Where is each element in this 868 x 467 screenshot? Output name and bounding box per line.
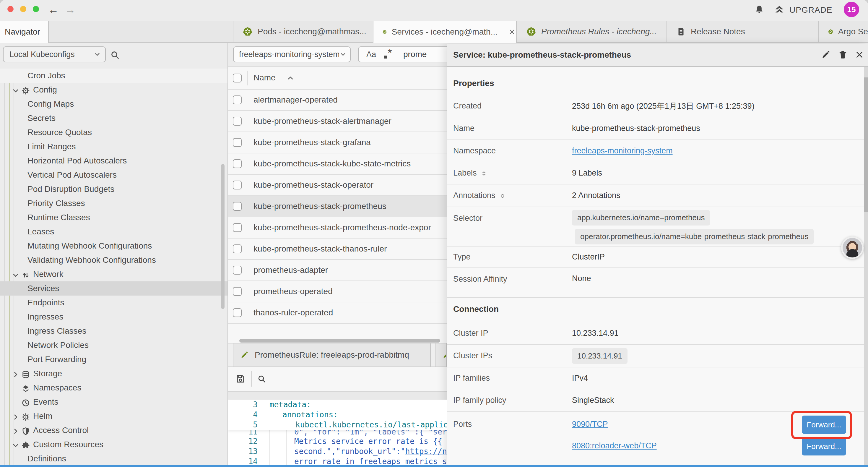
row-checkbox[interactable] — [233, 138, 242, 147]
panel-scrollbar-thumb[interactable] — [864, 78, 868, 212]
sidebar-item[interactable]: Ingress Classes — [0, 324, 227, 338]
sidebar-item[interactable]: Leases — [0, 225, 227, 239]
property-row-created: Created 253d 16h 6m ago (2025年1月13日 GMT+… — [447, 95, 868, 117]
sidebar-item[interactable]: Helm — [0, 409, 227, 423]
row-checkbox[interactable] — [233, 202, 242, 211]
port-link-8080[interactable]: 8080:reloader-web/TCP — [572, 441, 657, 450]
back-arrow-icon[interactable]: ← — [48, 3, 59, 16]
sort-ascending-icon[interactable] — [286, 74, 295, 83]
sidebar-item[interactable]: Config Maps — [0, 97, 227, 111]
table-row[interactable]: prometheus-adapter — [228, 260, 447, 281]
table-row[interactable]: kube-prometheus-stack-grafana — [228, 132, 447, 153]
expand-collapse-icon[interactable] — [498, 191, 507, 200]
sidebar-item[interactable]: Mutating Webhook Configurations — [0, 239, 227, 253]
regex-toggle-icon[interactable]: * — [384, 49, 396, 60]
search-input[interactable]: Aa * prome — [358, 47, 447, 62]
table-row[interactable]: kube-prometheus-stack-operator — [228, 175, 447, 196]
sidebar-item[interactable]: Secrets — [0, 111, 227, 125]
row-checkbox[interactable] — [233, 308, 242, 317]
sidebar-item[interactable]: Validating Webhook Configurations — [0, 253, 227, 267]
row-checkbox[interactable] — [233, 95, 242, 104]
sidebar-item[interactable]: Definitions — [0, 451, 227, 465]
close-window-button[interactable] — [7, 6, 13, 12]
sidebar-item-label: Helm — [33, 411, 52, 421]
close-tab-icon[interactable] — [508, 28, 516, 36]
sidebar-item[interactable]: Namespaces — [0, 381, 227, 395]
sidebar-search-icon[interactable] — [110, 50, 120, 60]
kubernetes-icon — [828, 26, 833, 37]
table-row[interactable]: alertmanager-operated — [228, 90, 447, 111]
table-row[interactable]: kube-prometheus-stack-kube-state-metrics — [228, 153, 447, 175]
notification-count-badge[interactable]: 15 — [844, 2, 859, 17]
table-row[interactable]: kube-prometheus-stack-prometheus — [228, 196, 447, 217]
user-avatar[interactable] — [841, 236, 864, 259]
column-header-name[interactable]: Name — [253, 73, 276, 83]
table-row[interactable]: kube-prometheus-stack-prometheus-node-ex… — [228, 217, 447, 238]
sidebar-item[interactable]: Vertical Pod Autoscalers — [0, 168, 227, 182]
kubeconfig-select[interactable]: Local Kubeconfigs — [3, 47, 106, 62]
sidebar-item[interactable]: Storage — [0, 367, 227, 381]
tab-navigator[interactable]: Navigator — [0, 21, 49, 43]
forward-arrow-icon[interactable]: → — [65, 3, 75, 16]
notifications-bell-icon[interactable] — [754, 4, 765, 15]
row-checkbox[interactable] — [233, 117, 242, 126]
tab-release-notes[interactable]: Release Notes — [666, 21, 818, 42]
forward-port-button-8080[interactable]: Forward... — [802, 437, 846, 456]
dock-tab-partial[interactable] — [435, 344, 447, 367]
sidebar-item[interactable]: Priority Classes — [0, 196, 227, 210]
sidebar-item[interactable]: Cron Jobs — [0, 68, 227, 83]
sidebar-item[interactable]: Pod Disruption Budgets — [0, 182, 227, 196]
table-row[interactable]: kube-prometheus-stack-thanos-ruler — [228, 238, 447, 260]
dock-tab-prometheusrule[interactable]: PrometheusRule: freeleaps-prod-rabbitmq — [233, 344, 431, 367]
sidebar-item-label: Port Forwarding — [28, 355, 86, 364]
row-checkbox[interactable] — [233, 287, 242, 296]
sidebar-item[interactable]: Horizontal Pod Autoscalers — [0, 154, 227, 168]
minimize-window-button[interactable] — [20, 6, 26, 12]
select-all-checkbox[interactable] — [233, 74, 242, 83]
sidebar-item[interactable]: Access Control — [0, 423, 227, 437]
table-row[interactable]: thanos-ruler-operated — [228, 302, 447, 324]
sidebar-item[interactable]: Services — [0, 282, 227, 296]
table-row[interactable]: prometheus-operated — [228, 281, 447, 302]
editor-search-icon[interactable] — [257, 374, 267, 384]
row-checkbox[interactable] — [233, 244, 242, 253]
sidebar-item[interactable]: Port Forwarding — [0, 352, 227, 367]
tab-services[interactable]: Services - icecheng@math... — [373, 21, 517, 43]
row-checkbox[interactable] — [233, 159, 242, 168]
tab-prometheus-rules[interactable]: Prometheus Rules - icecheng... — [517, 21, 666, 42]
port-link-9090[interactable]: 9090/TCP — [572, 420, 608, 429]
sidebar-item[interactable]: Network Policies — [0, 338, 227, 352]
sidebar-item[interactable]: Events — [0, 395, 227, 409]
close-panel-icon[interactable] — [855, 50, 864, 60]
upgrade-button[interactable]: UPGRADE — [773, 4, 832, 16]
sidebar-item[interactable]: Limit Ranges — [0, 140, 227, 154]
save-icon[interactable] — [235, 374, 246, 384]
sidebar-item[interactable]: Runtime Classes — [0, 210, 227, 225]
tab-argo[interactable]: Argo Se — [818, 21, 868, 42]
sidebar-item[interactable]: Resource Quotas — [0, 125, 227, 140]
namespace-select[interactable]: freeleaps-monitoring-system — [233, 47, 351, 62]
sidebar-scrollbar[interactable] — [221, 164, 224, 309]
sidebar-item[interactable]: Endpoints — [0, 296, 227, 310]
maximize-window-button[interactable] — [33, 6, 39, 12]
yaml-editor[interactable]: 11 0", "for": "1m", "labels" :{ "service… — [228, 400, 447, 465]
table-row[interactable]: kube-prometheus-stack-alertmanager — [228, 111, 447, 132]
sidebar-item[interactable]: Custom Resources — [0, 437, 227, 451]
row-checkbox[interactable] — [233, 223, 242, 232]
row-checkbox[interactable] — [233, 266, 242, 274]
tab-pods[interactable]: Pods - icecheng@mathmas... — [233, 21, 373, 42]
sidebar-item[interactable]: Ingresses — [0, 310, 227, 324]
expand-collapse-icon[interactable] — [480, 169, 488, 178]
upgrade-label: UPGRADE — [789, 5, 832, 15]
row-checkbox[interactable] — [233, 181, 242, 189]
edit-pencil-icon[interactable] — [821, 50, 831, 60]
sidebar-item-label: Endpoints — [28, 298, 64, 308]
sidebar-item[interactable]: Network — [0, 267, 227, 282]
namespace-link[interactable]: freeleaps-monitoring-system — [572, 146, 673, 155]
property-row-session-affinity: Session Affinity None — [447, 268, 868, 298]
delete-trash-icon[interactable] — [838, 50, 848, 60]
sidebar-item-label: Runtime Classes — [28, 213, 90, 222]
horizontal-scrollbar[interactable] — [239, 339, 440, 343]
sidebar-item[interactable]: Config — [0, 83, 227, 97]
match-case-toggle[interactable]: Aa — [366, 50, 376, 59]
